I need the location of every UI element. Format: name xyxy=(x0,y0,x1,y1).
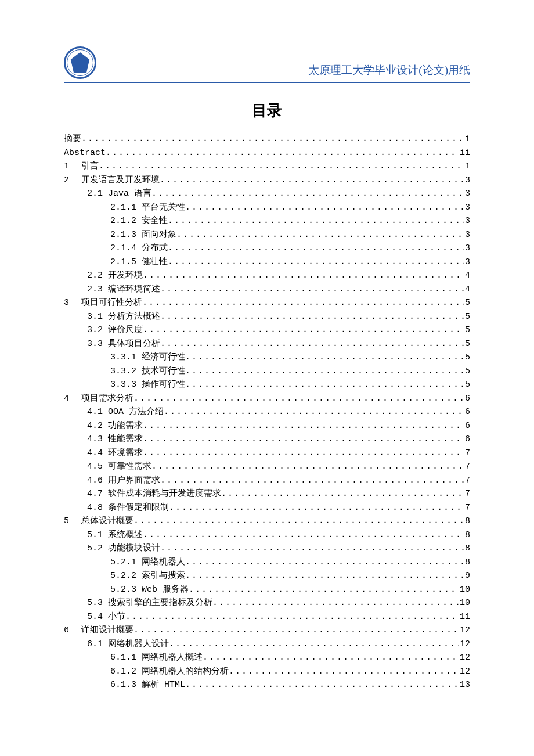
toc-leader-dots xyxy=(143,447,464,460)
toc-entry-page: 4 xyxy=(464,283,470,297)
toc-entry-label: 6.1.2 网络机器人的结构分析 xyxy=(110,665,229,679)
toc-leader-dots xyxy=(160,337,464,351)
toc-entry-page: 7 xyxy=(464,474,470,488)
toc-entry: 3.3 具体项目分析5 xyxy=(64,337,470,351)
toc-entry: 4.3 性能需求6 xyxy=(64,433,470,447)
toc-leader-dots xyxy=(99,160,464,174)
toc-entry-page: 3 xyxy=(464,201,470,215)
toc-leader-dots xyxy=(189,583,459,597)
toc-entry-label: 5.1 系统概述 xyxy=(87,528,143,542)
toc-entry-page: 7 xyxy=(464,501,470,515)
toc-entry-label: 2.1.3 面向对象 xyxy=(110,228,176,242)
toc-entry-page: 6 xyxy=(464,405,470,419)
toc-entry: 2开发语言及开发环境3 xyxy=(64,174,470,188)
toc-entry: 4.8 条件假定和限制7 xyxy=(64,501,470,515)
toc-entry-label: 5.3 搜索引擎的主要指标及分析 xyxy=(87,596,212,610)
toc-entry: 1引言1 xyxy=(64,160,470,174)
toc-leader-dots xyxy=(125,610,459,624)
toc-entry-page: ii xyxy=(459,146,470,160)
toc-leader-dots xyxy=(143,269,464,283)
toc-entry-page: 11 xyxy=(459,610,470,624)
university-logo xyxy=(64,46,96,79)
toc-entry-page: 8 xyxy=(464,556,470,570)
toc-entry-page: 5 xyxy=(464,310,470,324)
toc-entry: 2.1.4 分布式3 xyxy=(64,242,470,255)
toc-entry-label: 2.1.5 健壮性 xyxy=(110,255,168,269)
toc-entry-label: 2.1 Java 语言 xyxy=(87,187,151,201)
toc-entry: 5.2 功能模块设计8 xyxy=(64,542,470,556)
toc-entry-label: 3.3.1 经济可行性 xyxy=(110,351,185,365)
toc-leader-dots xyxy=(229,665,459,679)
toc-entry-label: 摘要 xyxy=(64,132,81,146)
toc-entry-page: i xyxy=(464,132,470,146)
toc-entry: 5.2.2 索引与搜索9 xyxy=(64,569,470,583)
toc-entry-number: 4 xyxy=(64,392,81,406)
toc-entry: 3.3.1 经济可行性5 xyxy=(64,351,470,365)
toc-entry-label: 4.6 用户界面需求 xyxy=(87,474,160,488)
toc-entry-label: 2.1.4 分布式 xyxy=(110,242,168,255)
toc-entry-number: 2 xyxy=(64,174,81,188)
toc-entry: 4项目需求分析6 xyxy=(64,392,470,406)
toc-entry-page: 10 xyxy=(459,583,470,597)
toc-entry: 5.2.3 Web 服务器 10 xyxy=(64,583,470,597)
toc-entry: 5.4 小节11 xyxy=(64,610,470,624)
toc-entry: 4.1 OOA 方法介绍 6 xyxy=(64,405,470,419)
toc-entry-number: 1 xyxy=(64,160,81,174)
toc-entry: 6.1.3 解析 HTML 13 xyxy=(64,678,470,692)
toc-entry: 3.3.3 操作可行性5 xyxy=(64,378,470,392)
toc-entry: 4.5 可靠性需求7 xyxy=(64,460,470,474)
toc-entry-number: 6 xyxy=(64,624,81,638)
toc-leader-dots xyxy=(164,405,464,419)
toc-leader-dots xyxy=(81,132,464,146)
toc-leader-dots xyxy=(160,310,464,324)
toc-entry-label: 6.1.1 网络机器人概述 xyxy=(110,651,203,665)
toc-leader-dots xyxy=(134,624,459,638)
toc-entry: 5.2.1 网络机器人8 xyxy=(64,556,470,570)
toc-leader-dots xyxy=(212,596,459,610)
toc-entry-label: 3.3 具体项目分析 xyxy=(87,337,160,351)
toc-entry-page: 6 xyxy=(464,419,470,433)
toc-entry-label: 5.2.2 索引与搜索 xyxy=(110,569,185,583)
toc-entry: 4.2 功能需求6 xyxy=(64,419,470,433)
toc-entry-page: 6 xyxy=(464,392,470,406)
toc-entry-label: 4.8 条件假定和限制 xyxy=(87,501,169,515)
toc-leader-dots xyxy=(143,528,464,542)
toc-entry: 2.1.3 面向对象3 xyxy=(64,228,470,242)
toc-entry-page: 4 xyxy=(464,269,470,283)
page-header: 太原理工大学毕业设计(论文)用纸 xyxy=(64,46,470,83)
toc-entry-page: 3 xyxy=(464,228,470,242)
toc-entry-label: 1引言 xyxy=(64,160,99,174)
toc-leader-dots xyxy=(185,378,464,392)
toc-entry: 3.1 分析方法概述5 xyxy=(64,310,470,324)
toc-entry-label: 2.1.2 安全性 xyxy=(110,214,168,228)
toc-entry: 4.6 用户界面需求7 xyxy=(64,474,470,488)
toc-entry-page: 13 xyxy=(459,678,470,692)
toc-entry: 4.4 环境需求7 xyxy=(64,447,470,460)
toc-entry-label: 2.1.1 平台无关性 xyxy=(110,201,185,215)
toc-entry-page: 5 xyxy=(464,365,470,379)
toc-entry-label: 6详细设计概要 xyxy=(64,624,134,638)
toc-entry-page: 5 xyxy=(464,351,470,365)
toc-entry-label: 4.4 环境需求 xyxy=(87,447,143,460)
toc-entry-page: 12 xyxy=(459,651,470,665)
toc-leader-dots xyxy=(185,569,464,583)
toc-leader-dots xyxy=(134,392,464,406)
toc-leader-dots xyxy=(160,283,464,297)
toc-heading: 目录 xyxy=(64,100,470,121)
toc-leader-dots xyxy=(185,678,459,692)
header-title: 太原理工大学毕业设计(论文)用纸 xyxy=(308,63,470,78)
toc-leader-dots xyxy=(160,542,464,556)
toc-entry-label: 3.1 分析方法概述 xyxy=(87,310,160,324)
toc-leader-dots xyxy=(185,201,464,215)
toc-entry-label: 6.1 网络机器人设计 xyxy=(87,638,169,651)
toc-entry-page: 3 xyxy=(464,187,470,201)
toc-leader-dots xyxy=(143,323,464,337)
toc-entry: 摘要i xyxy=(64,132,470,146)
toc-entry-label: 6.1.3 解析 HTML xyxy=(110,678,185,692)
toc-entry-label: 5.2 功能模块设计 xyxy=(87,542,160,556)
toc-entry: 6.1.1 网络机器人概述12 xyxy=(64,651,470,665)
toc-entry-label: 3项目可行性分析 xyxy=(64,296,142,310)
toc-entry-label: 4.5 可靠性需求 xyxy=(87,460,151,474)
toc-entry: 2.1.5 健壮性3 xyxy=(64,255,470,269)
toc-leader-dots xyxy=(143,433,464,447)
